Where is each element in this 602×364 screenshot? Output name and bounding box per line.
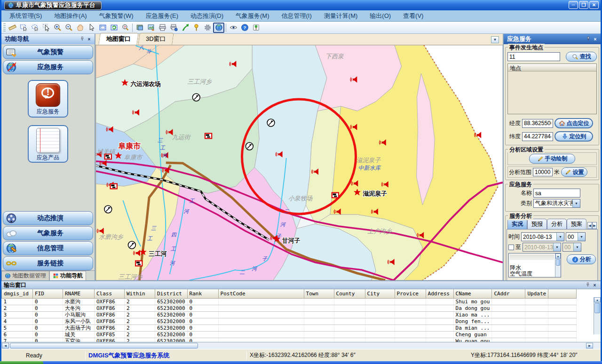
export-map-icon[interactable]: [145, 23, 157, 33]
map-viewport[interactable]: 六运湖农场三工河乡下西泉九运街阜康市城关镇阜康市滋泥泉子中新水库滋泥泉子小泉牧场…: [95, 45, 503, 280]
nav-tab-0[interactable]: 地图数据管理: [1, 271, 49, 280]
output-horizontal-scrollbar[interactable]: ◀ ▶: [1, 342, 601, 349]
menu-item-7[interactable]: 测量计算(M): [318, 10, 364, 22]
ruler-icon[interactable]: [7, 23, 18, 33]
output-col-CAddr[interactable]: CAddr: [492, 289, 525, 298]
map-tab-1[interactable]: 3D窗口: [138, 33, 174, 45]
hour-select[interactable]: 00▼: [566, 232, 586, 241]
eye-icon[interactable]: [228, 23, 239, 33]
output-scroll-right-icon[interactable]: ▶: [586, 343, 593, 348]
emergency-pin-icon[interactable]: [585, 36, 592, 42]
menu-item-9[interactable]: 查看(V): [397, 10, 429, 22]
nav-group-bottom-0[interactable]: 动态推演: [3, 211, 93, 225]
output-hscroll-thumb[interactable]: [10, 343, 198, 348]
output-table[interactable]: dmgis_idFIDRNAMEClassWithinDistrictRankP…: [1, 289, 577, 342]
toolbar-grip[interactable]: [3, 23, 6, 32]
output-row-7[interactable]: 70五官沟OXFF8626523020000Wu guan gou: [2, 338, 577, 342]
pushpin-icon[interactable]: [190, 23, 202, 33]
analysis-tab-1[interactable]: 预报: [527, 219, 547, 229]
output-scroll-up-icon[interactable]: ▲: [594, 297, 601, 302]
range-input[interactable]: [533, 168, 553, 176]
latitude-input[interactable]: [522, 132, 553, 141]
zoom-in-icon[interactable]: [52, 23, 63, 33]
map-tab-0[interactable]: 地图窗口: [98, 33, 139, 45]
output-row-1[interactable]: 10水磨沟OXFF8626523020000Shui mo gou: [2, 298, 577, 305]
pointer-select-icon[interactable]: [40, 23, 52, 33]
element-list-scrollbar[interactable]: ▲: [555, 253, 561, 277]
search-button[interactable]: 查找: [566, 52, 597, 62]
service-type-select[interactable]: 气象和洪水灾害 ▼: [533, 199, 580, 208]
weather-element-list[interactable]: 降水空气温度 ▲: [508, 253, 561, 277]
start-button[interactable]: [0, 361, 43, 364]
output-row-6[interactable]: 60城关OXFF8526523020000Cheng guan: [2, 331, 577, 338]
globe-icon[interactable]: [213, 23, 224, 33]
menu-item-0[interactable]: 系统管理(S): [3, 10, 48, 22]
menu-item-2[interactable]: 气象预警(W): [93, 10, 140, 22]
output-close-icon[interactable]: ×: [591, 282, 598, 288]
range-set-button[interactable]: 设置: [561, 167, 587, 177]
manual-draw-button[interactable]: 手动绘制: [529, 154, 575, 164]
analysis-tab-2[interactable]: 分析: [547, 219, 567, 229]
output-col-CName[interactable]: CName: [453, 289, 492, 298]
menu-item-8[interactable]: 输出(O): [364, 10, 397, 22]
locate-button[interactable]: 点击定位: [554, 118, 593, 128]
restore-button[interactable]: ❐: [579, 1, 588, 9]
output-col-Provice[interactable]: Provice: [395, 289, 426, 298]
to-checkbox[interactable]: [508, 245, 514, 250]
service-name-input[interactable]: [533, 189, 580, 198]
output-col-PostCode[interactable]: PostCode: [218, 289, 304, 298]
shortcut-emergency-alert-button[interactable]: !应急服务: [28, 80, 68, 118]
nav-group-bottom-2[interactable]: 信息管理: [3, 241, 93, 255]
marquee-select-icon[interactable]: [18, 23, 29, 33]
gear-icon[interactable]: [202, 23, 213, 33]
output-col-City[interactable]: City: [365, 289, 395, 298]
print-setup-icon[interactable]: [168, 23, 179, 33]
output-col-District[interactable]: District: [155, 289, 188, 298]
shortcut-emergency-product-button[interactable]: 应急产品: [28, 125, 68, 163]
identify-icon[interactable]: [119, 23, 131, 33]
output-col-Town[interactable]: Town: [304, 289, 334, 298]
output-col-Class[interactable]: Class: [95, 289, 125, 298]
tab-scroll-left-icon[interactable]: ◀: [587, 222, 592, 229]
goto-button[interactable]: 定位到: [554, 131, 593, 142]
refresh-icon[interactable]: [108, 23, 119, 33]
nav-tab-1[interactable]: 功能导航: [49, 271, 86, 280]
full-extent-icon[interactable]: [97, 23, 108, 33]
map-tab-dropdown-icon[interactable]: ▼: [491, 36, 499, 43]
nav-close-icon[interactable]: ×: [86, 36, 93, 42]
menu-item-3[interactable]: 应急服务(E): [140, 10, 184, 22]
arrow-icon[interactable]: [86, 23, 97, 33]
analyze-button[interactable]: 分析: [567, 254, 596, 264]
output-row-5[interactable]: 50大面场子沟OXFF8626523020000Da mian ...: [2, 324, 577, 331]
nav-pin-icon[interactable]: [79, 36, 86, 42]
menu-item-6[interactable]: 信息管理(I): [276, 10, 318, 22]
output-col-Update[interactable]: Update: [525, 289, 548, 298]
analysis-tab-3[interactable]: 预案: [567, 219, 586, 229]
longitude-input[interactable]: [522, 119, 553, 128]
nav-group-1[interactable]: 应急服务: [3, 60, 93, 74]
legend-icon[interactable]: [250, 23, 261, 33]
pan-icon[interactable]: [74, 23, 86, 33]
goto-arrow-icon[interactable]: [179, 23, 190, 33]
output-col-dmgis_id[interactable]: dmgis_id: [2, 289, 33, 298]
emergency-close-icon[interactable]: ×: [592, 36, 599, 42]
output-col-County[interactable]: County: [334, 289, 365, 298]
zoom-out-icon[interactable]: [63, 23, 74, 33]
layers-icon[interactable]: [134, 23, 145, 33]
print-icon[interactable]: [157, 23, 168, 33]
nav-group-bottom-3[interactable]: 服务链接: [3, 256, 93, 270]
output-vertical-scrollbar[interactable]: ▲: [594, 297, 601, 334]
nav-group-bottom-1[interactable]: 气象服务: [3, 226, 93, 240]
output-row-2[interactable]: 20大冬沟OXFF8626523020000Da dong gou: [2, 305, 577, 311]
output-col-Address[interactable]: Address: [426, 289, 453, 298]
menu-item-1[interactable]: 地图操作(A): [48, 10, 93, 22]
output-pin-icon[interactable]: [584, 282, 591, 288]
output-col-RNAME[interactable]: RNAME: [63, 289, 95, 298]
output-scroll-left-icon[interactable]: ◀: [2, 343, 9, 348]
date-select[interactable]: 2010-08-13▼: [521, 232, 564, 241]
menu-item-4[interactable]: 动态推演(D): [184, 10, 230, 22]
weather-element-item-1[interactable]: 空气温度: [509, 271, 555, 277]
menu-item-5[interactable]: 气象服务(M): [230, 10, 276, 22]
output-row-4[interactable]: 40东风一小队OXFF8626523020000Dong fen...: [2, 318, 577, 324]
to-date-select[interactable]: 2010-08-13▼: [523, 243, 561, 252]
